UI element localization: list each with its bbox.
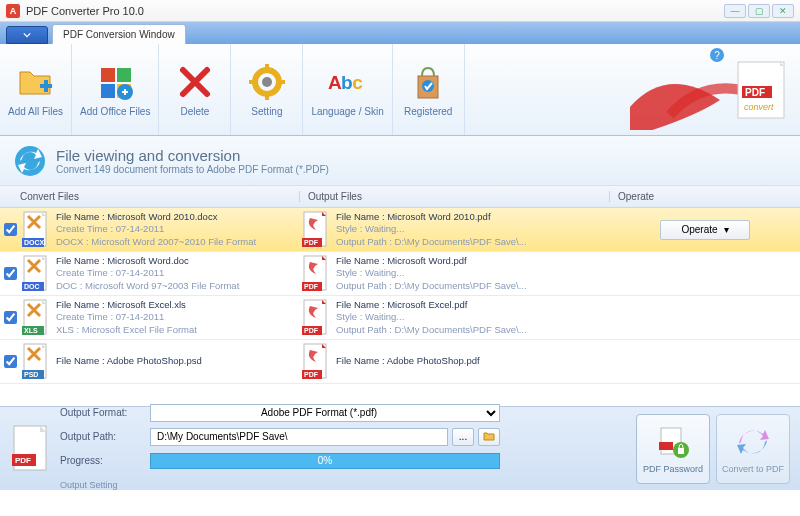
ribbon-logo-area: ? PDF convert bbox=[620, 44, 800, 135]
browse-button[interactable]: ... bbox=[452, 428, 474, 446]
svg-text:PDF: PDF bbox=[15, 456, 31, 465]
svg-rect-3 bbox=[117, 68, 131, 82]
output-file-cell: PDF File Name : Adobe PhotoShop.pdf bbox=[300, 342, 610, 382]
row-checkbox[interactable] bbox=[0, 311, 20, 324]
svg-text:c: c bbox=[352, 72, 363, 93]
footer-form: Output Format: Adobe PDF Format (*.pdf) … bbox=[60, 403, 500, 495]
section-title: File viewing and conversion bbox=[56, 147, 329, 164]
svg-text:PSD: PSD bbox=[24, 371, 38, 378]
output-format-label: Output Format: bbox=[60, 407, 144, 418]
svg-text:A: A bbox=[328, 72, 342, 93]
svg-text:PDF: PDF bbox=[304, 283, 319, 290]
svg-text:DOCX: DOCX bbox=[24, 239, 45, 246]
output-file-cell: PDF File Name : Microsoft Excel.pdf Styl… bbox=[300, 298, 610, 338]
row-checkbox[interactable] bbox=[0, 355, 20, 368]
svg-text:PDF: PDF bbox=[304, 371, 319, 378]
column-headers: Convert Files Output Files Operate bbox=[0, 186, 800, 208]
delete-button[interactable]: Delete bbox=[159, 44, 231, 135]
convert-file-cell: DOC File Name : Microsoft Word.doc Creat… bbox=[20, 254, 300, 294]
svg-rect-4 bbox=[101, 84, 115, 98]
tab-row: PDF Conversion Window bbox=[0, 22, 800, 44]
language-skin-button[interactable]: Abc Language / Skin bbox=[303, 44, 392, 135]
office-plus-icon bbox=[95, 62, 135, 102]
row-checkbox[interactable] bbox=[0, 223, 20, 236]
svg-text:XLS: XLS bbox=[24, 327, 38, 334]
pdf-lock-icon bbox=[655, 424, 691, 460]
column-operate: Operate bbox=[610, 191, 800, 202]
source-file-icon: PSD bbox=[20, 342, 50, 382]
operate-dropdown[interactable]: Operate ▾ bbox=[660, 220, 750, 240]
convert-file-cell: XLS File Name : Microsoft Excel.xls Crea… bbox=[20, 298, 300, 338]
chevron-down-icon: ▾ bbox=[724, 224, 729, 235]
ribbon: Add All Files Add Office Files Delete Se… bbox=[0, 44, 800, 136]
svg-point-10 bbox=[262, 77, 272, 87]
column-output-files: Output Files bbox=[300, 191, 610, 202]
source-file-icon: DOC bbox=[20, 254, 50, 294]
app-icon: A bbox=[6, 4, 20, 18]
svg-point-19 bbox=[422, 80, 434, 92]
svg-text:PDF: PDF bbox=[304, 327, 319, 334]
app-menu-button[interactable] bbox=[6, 26, 48, 44]
section-subtitle: Convert 149 document formats to Adobe PD… bbox=[56, 164, 329, 175]
svg-rect-1 bbox=[44, 80, 48, 92]
file-list[interactable]: DOCX File Name : Microsoft Word 2010.doc… bbox=[0, 208, 800, 406]
folder-icon bbox=[483, 431, 495, 441]
svg-text:convert: convert bbox=[744, 102, 774, 112]
svg-point-25 bbox=[15, 146, 45, 176]
svg-text:b: b bbox=[341, 72, 353, 93]
footer-panel: PDF Output Format: Adobe PDF Format (*.p… bbox=[0, 406, 800, 490]
column-convert-files: Convert Files bbox=[0, 191, 300, 202]
close-button[interactable]: ✕ bbox=[772, 4, 794, 18]
file-row[interactable]: PSD File Name : Adobe PhotoShop.psd PDF … bbox=[0, 340, 800, 384]
chevron-down-icon bbox=[23, 32, 31, 38]
delete-x-icon bbox=[175, 62, 215, 102]
folder-plus-icon bbox=[16, 62, 56, 102]
pdf-convert-logo-icon: PDF convert bbox=[630, 50, 790, 130]
titlebar: A PDF Converter Pro 10.0 — ▢ ✕ bbox=[0, 0, 800, 22]
output-file-cell: PDF File Name : Microsoft Word.pdf Style… bbox=[300, 254, 610, 294]
window-controls: — ▢ ✕ bbox=[724, 4, 794, 18]
file-row[interactable]: DOCX File Name : Microsoft Word 2010.doc… bbox=[0, 208, 800, 252]
section-header: File viewing and conversion Convert 149 … bbox=[0, 136, 800, 186]
pdf-file-icon: PDF bbox=[300, 254, 330, 294]
convert-arrows-icon bbox=[735, 424, 771, 460]
progress-label: Progress: bbox=[60, 455, 144, 466]
help-icon[interactable]: ? bbox=[710, 48, 724, 62]
svg-text:PDF: PDF bbox=[745, 87, 765, 98]
pdf-file-icon: PDF bbox=[300, 342, 330, 382]
shopping-bag-icon bbox=[408, 62, 448, 102]
pdf-file-icon: PDF bbox=[300, 210, 330, 250]
svg-text:PDF: PDF bbox=[304, 239, 319, 246]
output-setting-link[interactable]: Output Setting bbox=[60, 480, 144, 490]
maximize-button[interactable]: ▢ bbox=[748, 4, 770, 18]
source-file-icon: DOCX bbox=[20, 210, 50, 250]
svg-rect-2 bbox=[101, 68, 115, 82]
gear-icon bbox=[247, 62, 287, 102]
open-folder-button[interactable] bbox=[478, 428, 500, 446]
output-file-cell: PDF File Name : Microsoft Word 2010.pdf … bbox=[300, 210, 610, 250]
pdf-file-icon: PDF bbox=[300, 298, 330, 338]
svg-rect-65 bbox=[678, 448, 684, 454]
registered-button[interactable]: Registered bbox=[393, 44, 465, 135]
output-path-label: Output Path: bbox=[60, 431, 144, 442]
add-all-files-button[interactable]: Add All Files bbox=[0, 44, 72, 135]
pdf-document-icon: PDF bbox=[10, 424, 52, 474]
convert-file-cell: PSD File Name : Adobe PhotoShop.psd bbox=[20, 342, 300, 382]
pdf-password-button[interactable]: PDF Password bbox=[636, 414, 710, 484]
row-checkbox[interactable] bbox=[0, 267, 20, 280]
svg-text:DOC: DOC bbox=[24, 283, 40, 290]
tab-conversion[interactable]: PDF Conversion Window bbox=[52, 24, 186, 44]
file-row[interactable]: DOC File Name : Microsoft Word.doc Creat… bbox=[0, 252, 800, 296]
progress-bar: 0% bbox=[150, 453, 500, 469]
setting-button[interactable]: Setting bbox=[231, 44, 303, 135]
output-format-select[interactable]: Adobe PDF Format (*.pdf) bbox=[150, 404, 500, 422]
file-row[interactable]: XLS File Name : Microsoft Excel.xls Crea… bbox=[0, 296, 800, 340]
convert-file-cell: DOCX File Name : Microsoft Word 2010.doc… bbox=[20, 210, 300, 250]
convert-to-pdf-button[interactable]: Convert to PDF bbox=[716, 414, 790, 484]
output-path-input[interactable] bbox=[150, 428, 448, 446]
source-file-icon: XLS bbox=[20, 298, 50, 338]
minimize-button[interactable]: — bbox=[724, 4, 746, 18]
sync-icon bbox=[14, 145, 46, 177]
svg-rect-63 bbox=[659, 442, 673, 450]
add-office-files-button[interactable]: Add Office Files bbox=[72, 44, 159, 135]
